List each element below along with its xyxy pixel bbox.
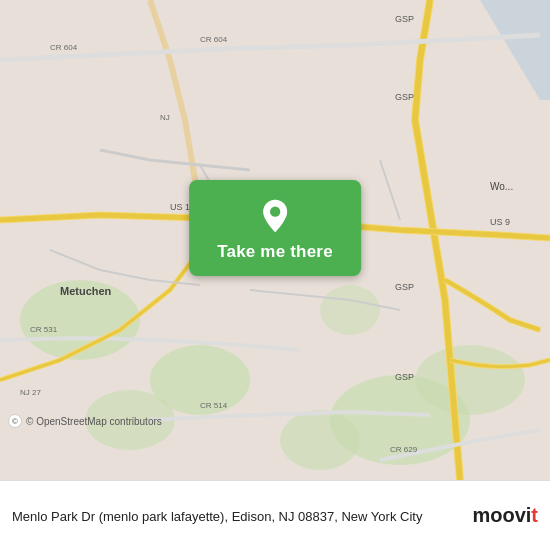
- svg-text:GSP: GSP: [395, 92, 414, 102]
- svg-text:US 9: US 9: [490, 217, 510, 227]
- svg-point-5: [415, 345, 525, 415]
- svg-text:CR 629: CR 629: [390, 445, 418, 454]
- map-container: GSP GSP GSP GSP US 1 US 1 US 9 CR 604 CR…: [0, 0, 550, 480]
- svg-text:NJ: NJ: [160, 113, 170, 122]
- footer: Menlo Park Dr (menlo park lafayette), Ed…: [0, 480, 550, 550]
- svg-text:CR 531: CR 531: [30, 325, 58, 334]
- svg-text:Metuchen: Metuchen: [60, 285, 112, 297]
- svg-text:GSP: GSP: [395, 14, 414, 24]
- svg-text:GSP: GSP: [395, 372, 414, 382]
- footer-content: Menlo Park Dr (menlo park lafayette), Ed…: [12, 504, 538, 527]
- svg-point-7: [320, 285, 380, 335]
- svg-text:CR 514: CR 514: [200, 401, 228, 410]
- address-text: Menlo Park Dr (menlo park lafayette), Ed…: [12, 509, 422, 524]
- take-me-there-button[interactable]: Take me there: [217, 242, 333, 262]
- svg-text:US 1: US 1: [170, 202, 190, 212]
- moovit-logo: moovit: [472, 504, 538, 527]
- svg-text:CR 604: CR 604: [50, 43, 78, 52]
- button-area[interactable]: Take me there: [189, 180, 361, 276]
- svg-text:NJ 27: NJ 27: [20, 388, 41, 397]
- svg-text:CR 604: CR 604: [200, 35, 228, 44]
- osm-credit: © © OpenStreetMap contributors: [8, 414, 162, 428]
- osm-circle-icon: ©: [8, 414, 22, 428]
- svg-point-4: [280, 410, 360, 470]
- moovit-brand-text: moovit: [472, 504, 538, 527]
- location-pin-icon: [257, 198, 293, 234]
- footer-text: Menlo Park Dr (menlo park lafayette), Ed…: [12, 507, 472, 525]
- svg-point-25: [270, 207, 280, 217]
- osm-credit-text: © OpenStreetMap contributors: [26, 416, 162, 427]
- svg-text:GSP: GSP: [395, 282, 414, 292]
- svg-text:Wo...: Wo...: [490, 181, 513, 192]
- green-box[interactable]: Take me there: [189, 180, 361, 276]
